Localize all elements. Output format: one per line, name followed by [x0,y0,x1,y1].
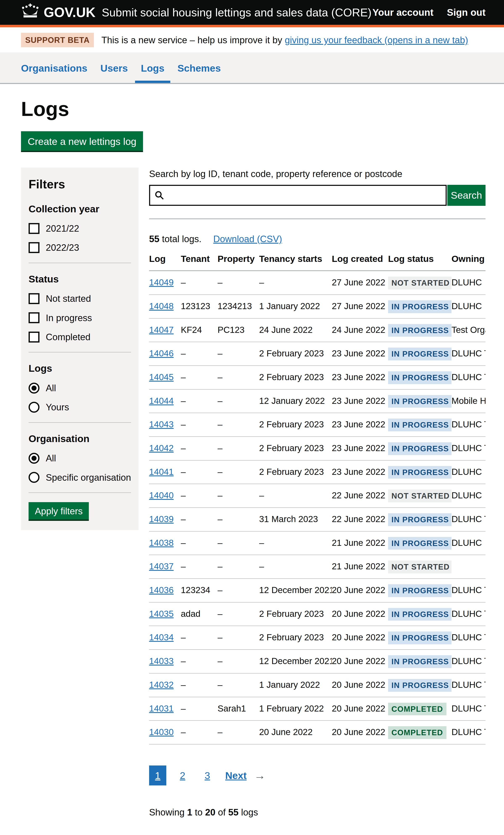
cell-tenancy-starts: 12 January 2022 [259,396,325,406]
nav-item-logs[interactable]: Logs [141,52,164,83]
checkbox-icon[interactable] [28,223,39,234]
filter-divider [28,263,131,263]
results-divider [149,219,485,219]
next-page-link[interactable]: Next [225,769,246,782]
log-id-link[interactable]: 14030 [149,727,174,737]
filter-group-logs: Logs All Yours [28,362,131,413]
search-button[interactable]: Search [447,185,485,206]
log-id-link[interactable]: 14049 [149,278,174,287]
log-status-badge: NOT STARTED [388,490,451,502]
log-status-badge: IN PROGRESS [388,584,451,597]
cell-tenancy-starts: – [259,278,264,287]
cell-tenant: – [181,704,186,713]
cell-property: – [218,609,222,619]
cell-tenancy-starts: 31 March 2023 [259,514,318,524]
log-id-link[interactable]: 14045 [149,372,174,382]
log-id-link[interactable]: 14034 [149,632,174,642]
cell-owning: DLUHC Tes [451,680,485,690]
log-status-badge: IN PROGRESS [388,608,451,621]
checkbox-label: 2021/22 [46,222,79,235]
log-id-link[interactable]: 14035 [149,609,174,619]
log-id-link[interactable]: 14047 [149,325,174,335]
cell-log-created: 23 June 2022 [332,348,385,358]
cell-tenancy-starts: 12 December 2021 [259,656,332,666]
cell-tenancy-starts: 1 February 2022 [259,704,324,713]
log-id-link[interactable]: 14036 [149,585,174,595]
table-row: 14042––2 February 202323 June 2022IN PRO… [149,436,485,460]
checkbox-icon[interactable] [28,242,39,253]
cell-log-created: 27 June 2022 [332,278,385,287]
checkbox-option-2021-22[interactable]: 2021/22 [28,222,131,235]
cell-owning: DLUHC Tes [451,420,485,429]
nav-item-organisations[interactable]: Organisations [21,52,87,83]
cell-tenancy-starts: 24 June 2022 [259,325,313,335]
radio-icon[interactable] [28,472,39,483]
log-id-link[interactable]: 14039 [149,514,174,524]
cell-tenant: – [181,372,186,382]
radio-icon[interactable] [28,402,39,413]
log-id-link[interactable]: 14031 [149,704,174,713]
table-row: 14034––2 February 202320 June 2022IN PRO… [149,626,485,650]
checkbox-icon[interactable] [28,293,39,304]
log-status-badge: IN PROGRESS [388,324,451,337]
your-account-link[interactable]: Your account [372,6,434,19]
checkbox-option-not-started[interactable]: Not started [28,292,131,305]
sign-out-link[interactable]: Sign out [447,6,485,19]
log-id-link[interactable]: 14048 [149,301,174,311]
page-3-link[interactable]: 3 [199,766,216,786]
download-csv-link[interactable]: Download (CSV) [213,233,282,245]
govuk-home-link[interactable]: GOV.UK [21,3,96,21]
log-id-link[interactable]: 14033 [149,656,174,666]
log-status-badge: COMPLETED [388,726,446,739]
log-id-link[interactable]: 14032 [149,680,174,690]
radio-icon[interactable] [28,453,39,464]
cell-property: – [218,396,222,406]
log-id-link[interactable]: 14042 [149,443,174,453]
cell-tenancy-starts: 20 June 2022 [259,727,313,737]
cell-owning: Test Organisa [451,325,485,335]
service-name-link[interactable]: Submit social housing lettings and sales… [102,5,372,20]
checkbox-icon[interactable] [28,332,39,343]
create-lettings-log-button[interactable]: Create a new lettings log [21,131,143,151]
cell-log-created: 22 June 2022 [332,514,385,524]
cell-tenant: – [181,420,186,429]
page-2-link[interactable]: 2 [174,766,191,786]
radio-option-specific-organisation[interactable]: Specific organisation [28,471,131,484]
checkbox-icon[interactable] [28,312,39,323]
radio-option-logs-yours[interactable]: Yours [28,401,131,413]
checkbox-option-in-progress[interactable]: In progress [28,312,131,324]
log-id-link[interactable]: 14040 [149,490,174,500]
cell-tenant: adad [181,609,200,619]
log-id-link[interactable]: 14044 [149,396,174,406]
cell-tenant: – [181,632,186,642]
log-id-link[interactable]: 14043 [149,420,174,429]
checkbox-option-completed[interactable]: Completed [28,331,131,343]
cell-tenant: KF24 [181,325,202,335]
log-id-link[interactable]: 14037 [149,562,174,571]
page-title: Logs [21,98,485,120]
nav-item-users[interactable]: Users [100,52,128,83]
log-status-badge: IN PROGRESS [388,348,451,360]
cell-property: PC123 [218,325,244,335]
cell-owning: DLUHC Tes [451,632,485,642]
log-id-link[interactable]: 14041 [149,467,174,477]
radio-option-organisation-all[interactable]: All [28,452,131,464]
cell-tenancy-starts: – [259,538,264,548]
radio-option-logs-all[interactable]: All [28,382,131,394]
cell-tenant: 123123 [181,301,210,311]
nav-item-schemes[interactable]: Schemes [178,52,221,83]
feedback-link[interactable]: giving us your feedback (opens in a new … [285,35,468,45]
table-row: 14045––2 February 202323 June 2022IN PRO… [149,366,485,389]
log-id-link[interactable]: 14046 [149,348,174,358]
cell-log-created: 23 June 2022 [332,443,385,453]
page-1-current[interactable]: 1 [149,766,166,786]
radio-icon[interactable] [28,383,39,393]
filters-title: Filters [28,176,131,192]
log-id-link[interactable]: 14038 [149,538,174,548]
table-row: 14039––31 March 202322 June 2022IN PROGR… [149,508,485,531]
cell-tenancy-starts: 2 February 2023 [259,372,324,382]
checkbox-option-2022-23[interactable]: 2022/23 [28,241,131,254]
search-input[interactable] [149,185,447,206]
apply-filters-button[interactable]: Apply filters [28,502,89,520]
checkbox-label: Completed [46,331,90,343]
